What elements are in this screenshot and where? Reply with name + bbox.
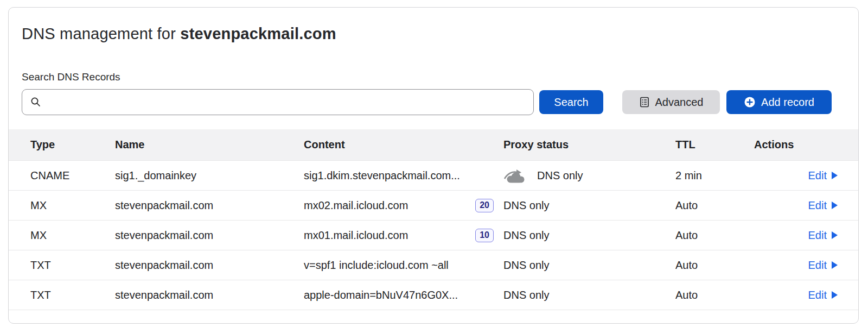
table-row: CNAME sig1._domainkey sig1.dkim.stevenpa… (9, 161, 858, 191)
proxy-status-cell: DNS only (503, 167, 675, 184)
edit-arrow-icon (832, 261, 838, 269)
type-cell: TXT (30, 289, 115, 301)
table-row: MX stevenpackmail.com mx01.mail.icloud.c… (9, 221, 858, 250)
edit-arrow-icon (832, 231, 838, 239)
add-record-button[interactable]: Add record (726, 90, 832, 114)
proxy-status-cell: DNS only (503, 229, 675, 242)
edit-arrow-icon (832, 172, 838, 179)
advanced-button[interactable]: Advanced (622, 90, 720, 114)
type-cell: MX (30, 199, 115, 212)
edit-label: Edit (808, 259, 827, 272)
type-cell: TXT (30, 259, 115, 272)
type-cell: MX (30, 229, 115, 242)
table-row: TXT stevenpackmail.com apple-domain=bNuV… (9, 280, 858, 310)
dns-records-table: Type Name Content Proxy status TTL Actio… (9, 129, 858, 310)
type-cell: CNAME (30, 169, 115, 182)
edit-label: Edit (808, 199, 827, 212)
table-header-row: Type Name Content Proxy status TTL Actio… (9, 129, 858, 161)
table-row: TXT stevenpackmail.com v=spf1 include:ic… (9, 250, 858, 280)
content-cell: sig1.dkim.stevenpackmail.com... (304, 169, 460, 182)
search-icon (30, 96, 42, 108)
name-cell: stevenpackmail.com (115, 229, 304, 242)
column-header-actions: Actions (754, 139, 858, 151)
name-cell: sig1._domainkey (115, 169, 304, 182)
ttl-cell: Auto (675, 229, 754, 242)
ttl-cell: Auto (675, 289, 754, 301)
edit-link[interactable]: Edit (808, 229, 838, 242)
proxy-status-label: DNS only (503, 259, 549, 272)
advanced-button-label: Advanced (655, 96, 704, 109)
ttl-cell: Auto (675, 199, 754, 212)
dns-only-cloud-icon (503, 167, 528, 184)
edit-label: Edit (808, 229, 827, 242)
dns-management-card: DNS management for stevenpackmail.com Se… (8, 7, 859, 324)
search-input[interactable] (22, 89, 534, 115)
page-title: DNS management for stevenpackmail.com (22, 25, 845, 43)
edit-arrow-icon (832, 291, 838, 299)
column-header-type: Type (30, 139, 115, 151)
content-cell: mx02.mail.icloud.com (304, 199, 408, 212)
domain-name: stevenpackmail.com (180, 25, 336, 42)
table-row: MX stevenpackmail.com mx02.mail.icloud.c… (9, 191, 858, 221)
proxy-status-label: DNS only (503, 229, 549, 242)
edit-label: Edit (808, 289, 827, 301)
controls-row: Search Advanced A (22, 89, 845, 115)
edit-link[interactable]: Edit (808, 259, 838, 272)
name-cell: stevenpackmail.com (115, 289, 304, 301)
proxy-status-label: DNS only (503, 199, 549, 212)
proxy-status-label: DNS only (503, 289, 549, 301)
column-header-proxy-status: Proxy status (503, 139, 675, 151)
column-header-content: Content (304, 139, 503, 151)
proxy-status-cell: DNS only (503, 289, 675, 301)
ttl-cell: Auto (675, 259, 754, 272)
edit-arrow-icon (832, 202, 838, 209)
search-label: Search DNS Records (22, 71, 845, 83)
plus-circle-icon (744, 96, 756, 108)
content-cell: v=spf1 include:icloud.com ~all (304, 259, 449, 272)
mx-priority-badge: 10 (475, 229, 494, 242)
advanced-list-icon (639, 96, 650, 108)
edit-link[interactable]: Edit (808, 199, 838, 212)
proxy-status-label: DNS only (537, 169, 583, 182)
mx-priority-badge: 20 (475, 199, 494, 212)
page-title-prefix: DNS management for (22, 25, 180, 42)
content-cell: mx01.mail.icloud.com (304, 229, 408, 242)
search-box (22, 89, 534, 115)
column-header-name: Name (115, 139, 304, 151)
proxy-status-cell: DNS only (503, 199, 675, 212)
ttl-cell: 2 min (675, 169, 754, 182)
content-cell: apple-domain=bNuV47n6G0X... (304, 289, 458, 301)
edit-link[interactable]: Edit (808, 169, 838, 182)
add-record-button-label: Add record (761, 96, 814, 109)
proxy-status-cell: DNS only (503, 259, 675, 272)
edit-link[interactable]: Edit (808, 289, 838, 301)
edit-label: Edit (808, 169, 827, 182)
column-header-ttl: TTL (675, 139, 754, 151)
name-cell: stevenpackmail.com (115, 199, 304, 212)
search-button[interactable]: Search (539, 90, 603, 114)
name-cell: stevenpackmail.com (115, 259, 304, 272)
